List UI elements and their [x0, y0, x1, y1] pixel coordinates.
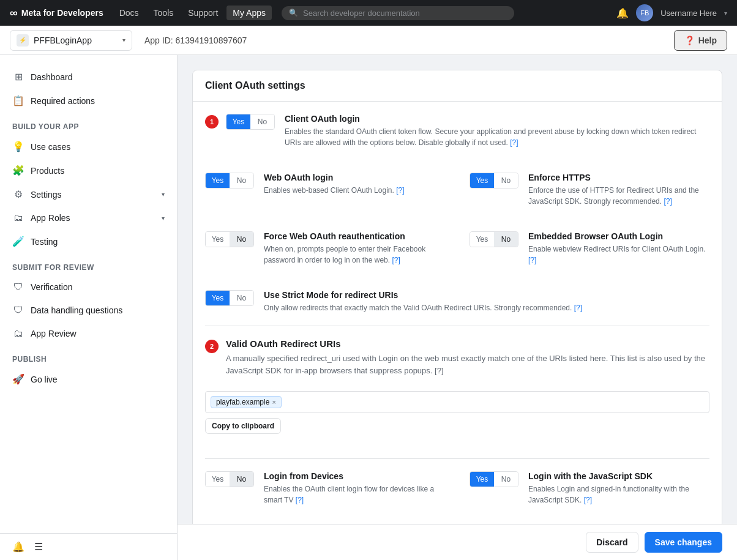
toggle-yes-btn[interactable]: Yes — [206, 232, 230, 247]
search-icon: 🔍 — [289, 9, 298, 17]
toggle-desc: Enables the OAuth client login flow for … — [264, 483, 445, 506]
help-link[interactable]: [?] — [664, 197, 672, 206]
toggle-yes-btn[interactable]: Yes — [470, 232, 494, 247]
app-selector[interactable]: ⚡ PFFBLoginApp ▾ — [10, 30, 132, 51]
top-nav-right: 🔔 FB Username Here ▾ — [616, 4, 727, 21]
toggle-label-area: Use Strict Mode for redirect URIs Only a… — [264, 290, 709, 313]
user-name[interactable]: Username Here — [660, 9, 717, 18]
web-oauth-toggle[interactable]: Yes No — [205, 173, 254, 189]
sidebar-item-settings[interactable]: ⚙ Settings ▾ — [0, 182, 177, 206]
tag-remove-icon[interactable]: × — [272, 398, 275, 406]
sidebar-item-app-review[interactable]: 🗂 App Review — [0, 322, 177, 345]
toggle-no-btn[interactable]: No — [494, 232, 518, 247]
help-link[interactable]: [?] — [584, 496, 592, 504]
step-2-row: 2 Valid OAuth Redirect URIs A manually s… — [205, 338, 709, 384]
toggle-yes-btn[interactable]: Yes — [206, 173, 230, 188]
help-link[interactable]: [?] — [392, 256, 400, 264]
toggle-title: Web OAuth login — [264, 173, 445, 182]
toggle-no-btn[interactable]: No — [494, 472, 518, 487]
sidebar-item-label: Go live — [31, 375, 165, 384]
nav-link-support[interactable]: Support — [182, 6, 224, 20]
toggle-no-btn[interactable]: No — [494, 173, 518, 188]
toggle-title: Enforce HTTPS — [528, 173, 709, 182]
sidebar-item-products[interactable]: 🧩 Products — [0, 159, 177, 182]
sidebar-item-testing[interactable]: 🧪 Testing — [0, 230, 177, 253]
menu-icon[interactable]: ☰ — [34, 541, 43, 553]
toggle-no-btn[interactable]: No — [250, 114, 274, 129]
avatar[interactable]: FB — [636, 4, 653, 21]
help-link[interactable]: [?] — [528, 256, 536, 264]
sidebar-item-label: Required actions — [31, 96, 165, 106]
app-name: PFFBLoginApp — [34, 35, 118, 45]
app-icon: ⚡ — [17, 34, 29, 47]
toggle-label-area: Embedded Browser OAuth Login Enable webv… — [528, 231, 709, 266]
two-col-toggles: Yes No Web OAuth login Enables web-based… — [205, 173, 709, 278]
login-js-sdk-toggle[interactable]: Yes No — [470, 471, 518, 487]
help-link[interactable]: [?] — [510, 138, 518, 147]
toggle-no-btn[interactable]: No — [230, 472, 253, 487]
help-link[interactable]: [?] — [296, 496, 304, 504]
sidebar-item-use-cases[interactable]: 💡 Use cases — [0, 135, 177, 159]
embedded-browser-row: Yes No Embedded Browser OAuth Login Enab… — [470, 231, 709, 266]
app-roles-icon: 🗂 — [12, 212, 24, 223]
toggle-title: Client OAuth login — [285, 114, 709, 124]
login-devices-toggle[interactable]: Yes No — [205, 471, 254, 487]
help-link[interactable]: [?] — [435, 366, 443, 375]
chevron-icon: ▾ — [162, 191, 165, 198]
logo: ∞ Meta for Developers — [10, 7, 103, 20]
sidebar-item-go-live[interactable]: 🚀 Go live — [0, 367, 177, 391]
step-2-content: Valid OAuth Redirect URIs A manually spe… — [226, 338, 709, 384]
toggle-no-btn[interactable]: No — [230, 291, 253, 305]
sidebar-item-dashboard[interactable]: ⊞ Dashboard — [0, 65, 177, 89]
sidebar-item-required-actions[interactable]: 📋 Required actions — [0, 89, 177, 113]
app-review-icon: 🗂 — [12, 328, 24, 339]
toggle-yes-btn[interactable]: Yes — [206, 291, 230, 305]
nav-link-myapps[interactable]: My Apps — [226, 6, 272, 20]
valid-oauth-title: Valid OAuth Redirect URIs — [226, 338, 709, 349]
sidebar-item-label: Products — [31, 166, 165, 176]
toggle-desc: When on, prompts people to enter their F… — [264, 244, 445, 266]
notification-icon[interactable]: 🔔 — [12, 541, 24, 553]
help-icon: ❓ — [684, 35, 695, 45]
copy-to-clipboard-button[interactable]: Copy to clipboard — [205, 418, 281, 434]
search-input[interactable] — [303, 9, 507, 18]
toggle-title: Login with the JavaScript SDK — [528, 471, 709, 481]
client-oauth-login-toggle[interactable]: Yes No — [226, 114, 275, 130]
notification-bell-icon[interactable]: 🔔 — [616, 7, 629, 19]
toggle-yes-btn[interactable]: Yes — [470, 472, 494, 487]
sidebar-item-data-handling[interactable]: 🛡 Data handling questions — [0, 299, 177, 322]
enforce-https-row: Yes No Enforce HTTPS Enforce the use of … — [470, 173, 709, 207]
strict-mode-toggle[interactable]: Yes No — [205, 290, 254, 306]
nav-link-tools[interactable]: Tools — [148, 6, 180, 20]
toggle-yes-btn[interactable]: Yes — [226, 114, 250, 129]
step-badge-1: 1 — [205, 115, 219, 129]
products-icon: 🧩 — [12, 165, 24, 176]
layout: ⊞ Dashboard 📋 Required actions Build you… — [0, 55, 737, 560]
toggle-no-btn[interactable]: No — [230, 173, 253, 188]
sidebar-item-verification[interactable]: 🛡 Verification — [0, 275, 177, 299]
discard-button[interactable]: Discard — [586, 532, 638, 553]
embedded-browser-toggle[interactable]: Yes No — [470, 231, 518, 247]
sidebar-item-label: Use cases — [31, 142, 165, 152]
sidebar-item-app-roles[interactable]: 🗂 App Roles ▾ — [0, 206, 177, 230]
sub-nav: ⚡ PFFBLoginApp ▾ App ID: 613941910897607… — [0, 26, 737, 55]
toggle-label-area: Force Web OAuth reauthentication When on… — [264, 231, 445, 266]
help-link[interactable]: [?] — [574, 304, 582, 312]
required-actions-icon: 📋 — [12, 95, 24, 106]
nav-link-docs[interactable]: Docs — [113, 6, 145, 20]
save-changes-button[interactable]: Save changes — [645, 532, 722, 553]
enforce-https-toggle[interactable]: Yes No — [470, 173, 518, 189]
web-oauth-login-row: Yes No Web OAuth login Enables web-based… — [205, 173, 445, 207]
toggle-yes-btn[interactable]: Yes — [470, 173, 494, 188]
force-web-oauth-toggle[interactable]: Yes No — [205, 231, 254, 247]
avatar-initials: FB — [640, 9, 649, 17]
tag-text: playfab.example — [216, 398, 269, 406]
main-content: Client OAuth settings 1 Yes No Client OA — [178, 55, 737, 560]
help-link[interactable]: [?] — [396, 186, 404, 195]
logo-text: Meta for Developers — [21, 8, 103, 18]
toggle-no-btn[interactable]: No — [230, 232, 253, 247]
toggle-yes-btn[interactable]: Yes — [206, 472, 230, 487]
redirect-uris-input[interactable]: playfab.example × — [205, 391, 709, 413]
sidebar-section-build: Build your app — [0, 113, 177, 135]
help-button[interactable]: ❓ Help — [674, 30, 727, 51]
